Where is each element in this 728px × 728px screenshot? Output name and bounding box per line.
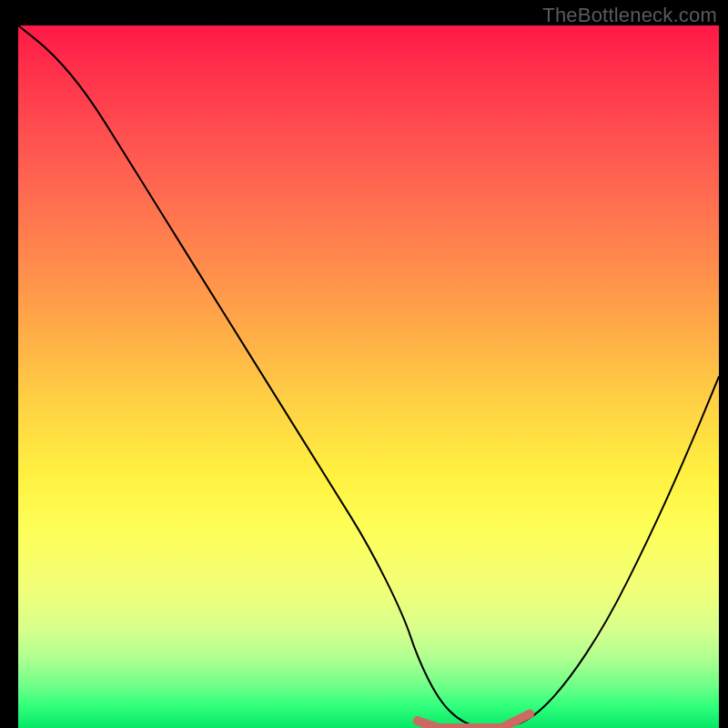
optimal-range-highlight — [418, 714, 530, 728]
chart-plot-area — [18, 25, 719, 728]
bottleneck-curve-svg — [18, 25, 719, 728]
watermark-text: TheBottleneck.com — [542, 4, 717, 27]
bottleneck-curve — [18, 25, 719, 728]
